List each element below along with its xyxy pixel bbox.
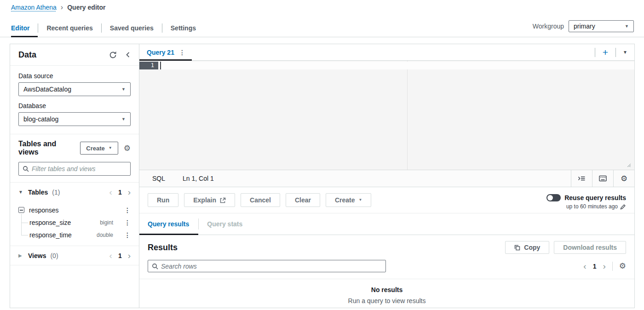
- clear-button[interactable]: Clear: [286, 193, 320, 207]
- toggle-knob: [547, 195, 553, 201]
- results-settings-gear-icon[interactable]: ⚙: [619, 262, 626, 270]
- workgroup-label: Workgroup: [533, 23, 564, 30]
- reuse-label: Reuse query results: [564, 194, 626, 201]
- tab-saved-queries[interactable]: Saved queries: [102, 19, 162, 37]
- views-pagination: ‹ 1 ›: [109, 251, 131, 260]
- column-actions-icon[interactable]: ⋮: [124, 219, 131, 226]
- print-margin-line: [407, 61, 408, 170]
- tables-count: (1): [52, 189, 60, 196]
- tab-settings[interactable]: Settings: [162, 19, 204, 37]
- results-header: Results Copy Download results: [139, 235, 634, 254]
- format-query-icon[interactable]: [571, 170, 592, 187]
- column-name: response_time: [29, 231, 72, 239]
- keyboard-shortcuts-icon[interactable]: [592, 170, 613, 187]
- tables-and-views-title: Tables and views: [18, 140, 75, 156]
- table-name: responses: [29, 207, 59, 214]
- workgroup-control: Workgroup primary ▼: [533, 20, 634, 32]
- collapse-node-icon[interactable]: [18, 207, 24, 213]
- copy-label: Copy: [524, 244, 540, 251]
- query-editor-panel: Query 21 ⋮ + ▼ 1 SQL Ln 1, Col 1: [139, 44, 635, 308]
- views-group-label: Views: [28, 252, 46, 259]
- tab-query-results[interactable]: Query results: [139, 213, 198, 235]
- query-tab[interactable]: Query 21 ⋮: [139, 44, 192, 60]
- cancel-label: Cancel: [250, 196, 271, 204]
- collapse-panel-icon[interactable]: [125, 52, 131, 58]
- reuse-toggle[interactable]: [546, 194, 561, 201]
- cancel-button[interactable]: Cancel: [241, 193, 280, 207]
- tab-editor[interactable]: Editor: [11, 19, 38, 37]
- new-query-tab-button[interactable]: +: [595, 44, 615, 60]
- search-icon: [152, 263, 158, 270]
- editor-settings-gear-icon[interactable]: ⚙: [613, 170, 634, 187]
- breadcrumb-current: Query editor: [67, 4, 105, 11]
- filter-tables-input[interactable]: [32, 165, 126, 172]
- data-source-form: Data source AwsDataCatalog ▼ Database bl…: [10, 66, 139, 134]
- download-results-button[interactable]: Download results: [554, 241, 626, 254]
- database-select[interactable]: blog-catalog ▼: [18, 112, 131, 126]
- reuse-toggle-row: Reuse query results: [546, 194, 626, 201]
- tables-group-row[interactable]: ▼ Tables (1) ‹ 1 ›: [10, 182, 139, 201]
- results-search-row: ‹ 1 › ⚙: [139, 254, 634, 272]
- gear-icon[interactable]: ⚙: [124, 144, 131, 152]
- views-group-row[interactable]: ▶ Views (0) ‹ 1 ›: [10, 246, 139, 265]
- column-type: double: [97, 232, 113, 238]
- table-row-responses[interactable]: responses ⋮: [18, 204, 131, 216]
- views-page-number: 1: [118, 252, 122, 259]
- sql-editor[interactable]: 1: [139, 61, 634, 170]
- caret-down-icon: ▼: [359, 198, 362, 202]
- data-source-value: AwsDataCatalog: [23, 86, 71, 93]
- prev-page-icon[interactable]: ‹: [583, 262, 586, 270]
- tab-list-dropdown-button[interactable]: ▼: [616, 44, 634, 60]
- results-pagination: ‹ 1 › ⚙: [583, 262, 626, 271]
- caret-down-icon: ▼: [121, 87, 126, 92]
- column-row: response_time double ⋮: [29, 229, 131, 241]
- prev-page-icon[interactable]: ‹: [109, 188, 112, 196]
- reuse-query-results: Reuse query results up to 60 minutes ago: [546, 193, 626, 210]
- breadcrumb-link-athena[interactable]: Amazon Athena: [11, 4, 57, 11]
- prev-page-icon[interactable]: ‹: [109, 251, 112, 260]
- caret-right-icon[interactable]: ▶: [18, 253, 24, 258]
- query-tab-menu-icon[interactable]: ⋮: [179, 49, 185, 56]
- refresh-icon[interactable]: [109, 51, 117, 59]
- plus-icon: +: [603, 47, 608, 57]
- column-type: bigint: [100, 219, 113, 226]
- workgroup-select[interactable]: primary ▼: [569, 20, 634, 32]
- explain-button[interactable]: Explain: [184, 193, 235, 207]
- create-dropdown-button[interactable]: Create ▼: [326, 193, 372, 207]
- create-button[interactable]: Create ▼: [80, 142, 118, 155]
- next-page-icon[interactable]: ›: [128, 251, 131, 260]
- breadcrumb: Amazon Athena › Query editor: [11, 4, 105, 11]
- copy-button[interactable]: Copy: [505, 241, 549, 254]
- text-cursor: [160, 62, 161, 69]
- tables-pagination: ‹ 1 ›: [109, 188, 131, 196]
- run-button[interactable]: Run: [148, 193, 178, 207]
- empty-results-subtitle: Run a query to view results: [139, 297, 634, 304]
- search-rows-input[interactable]: [161, 263, 382, 270]
- reuse-duration-text: up to 60 minutes ago: [566, 203, 618, 210]
- divider: [612, 262, 613, 271]
- next-page-icon[interactable]: ›: [128, 188, 131, 196]
- database-label: Database: [18, 102, 131, 109]
- column-row: response_size bigint ⋮: [29, 216, 131, 229]
- results-title: Results: [148, 243, 500, 253]
- caret-down-icon: ▼: [623, 50, 627, 55]
- explain-label: Explain: [193, 196, 216, 204]
- table-actions-icon[interactable]: ⋮: [124, 207, 131, 213]
- data-source-select[interactable]: AwsDataCatalog ▼: [18, 82, 131, 96]
- next-page-icon[interactable]: ›: [603, 262, 605, 270]
- tables-and-views-header: Tables and views Create ▼ ⚙: [10, 134, 139, 162]
- resize-handle-icon[interactable]: [626, 162, 631, 167]
- data-panel-header: Data: [10, 44, 139, 66]
- column-actions-icon[interactable]: ⋮: [124, 232, 131, 238]
- tables-page-number: 1: [118, 189, 122, 196]
- results-page-number: 1: [593, 263, 597, 270]
- database-value: blog-catalog: [23, 115, 58, 123]
- create-label: Create: [335, 196, 355, 204]
- language-indicator: SQL: [152, 175, 165, 182]
- tab-recent-queries[interactable]: Recent queries: [38, 19, 101, 37]
- tables-group-label: Tables: [28, 189, 48, 196]
- caret-down-icon: ▼: [625, 24, 629, 29]
- tables-tree: responses ⋮ response_size bigint ⋮ respo…: [10, 201, 139, 246]
- caret-down-icon[interactable]: ▼: [18, 189, 24, 195]
- edit-pencil-icon[interactable]: [620, 204, 626, 210]
